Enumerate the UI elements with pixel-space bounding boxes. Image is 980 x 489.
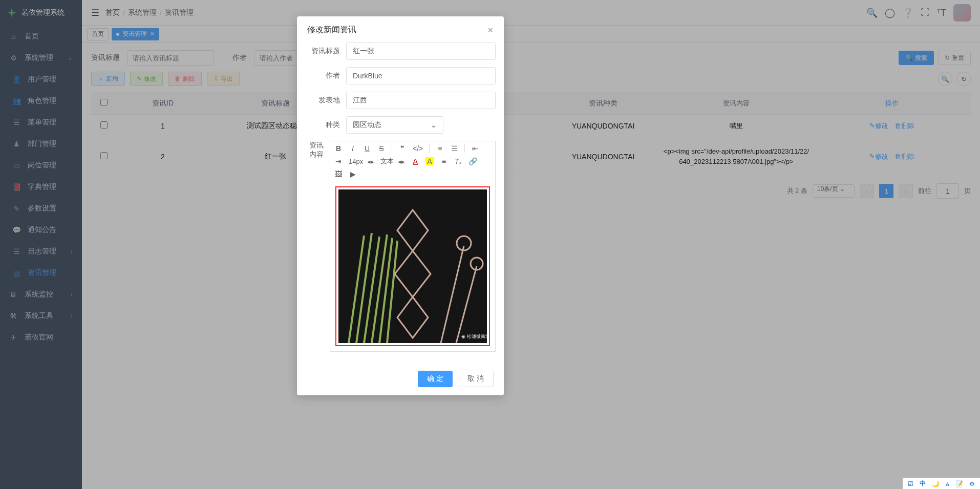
confirm-button[interactable]: 确 定 — [418, 371, 453, 387]
editor-toolbar: B I U S ❞ </> ≡ ☰ ⇤ ⇥ 14px◂▸ 文本◂▸ A A — [330, 141, 496, 181]
outdent-icon[interactable]: ⇤ — [471, 144, 479, 153]
news-author-input[interactable] — [346, 67, 496, 84]
underline-icon[interactable]: U — [363, 144, 371, 153]
cancel-button[interactable]: 取 消 — [458, 371, 494, 387]
strike-icon[interactable]: S — [377, 144, 386, 153]
font-color-icon[interactable]: A — [411, 157, 419, 165]
indent-icon[interactable]: ⇥ — [334, 157, 343, 165]
news-place-input[interactable] — [346, 92, 496, 109]
status-ime[interactable]: 中 — [918, 479, 928, 488]
font-size-select[interactable]: 14px◂▸ — [349, 158, 374, 165]
editor-content[interactable]: ◉ 松浦微商城 — [330, 181, 496, 352]
svg-rect-0 — [338, 189, 487, 343]
status-check-icon[interactable]: ☑ — [906, 480, 915, 487]
svg-text:◉ 松浦微商城: ◉ 松浦微商城 — [461, 334, 487, 339]
chevron-down-icon: ⌄ — [431, 121, 437, 129]
modal-footer: 确 定 取 消 — [297, 366, 504, 395]
link-icon[interactable]: 🔗 — [468, 157, 477, 165]
modal-header: 修改新闻资讯 ✕ — [297, 16, 504, 40]
status-translate-icon[interactable]: ᴀ — [944, 480, 951, 487]
bg-color-icon[interactable]: A — [425, 157, 434, 165]
ol-icon[interactable]: ≡ — [436, 144, 444, 153]
text-style-select[interactable]: 文本◂▸ — [380, 157, 405, 166]
code-icon[interactable]: </> — [413, 144, 423, 153]
news-title-input[interactable] — [346, 42, 496, 60]
image-selection-box[interactable]: ◉ 松浦微商城 — [335, 186, 490, 346]
modal-body: 资讯标题 作者 发表地 种类 园区动态⌄ 资讯内容 B I U S — [297, 40, 504, 366]
image-icon[interactable]: 🖼 — [334, 170, 343, 178]
modal-close-icon[interactable]: ✕ — [487, 26, 494, 34]
ul-icon[interactable]: ☰ — [450, 144, 458, 153]
modal-title: 修改新闻资讯 — [307, 25, 356, 35]
italic-icon[interactable]: I — [349, 144, 357, 153]
status-gear-icon[interactable]: ⚙ — [967, 480, 977, 487]
status-moon-icon[interactable]: 🌙 — [930, 480, 942, 487]
quote-icon[interactable]: ❞ — [398, 144, 407, 153]
status-bar: ☑ 中 🌙 ᴀ 📝 ⚙ — [903, 478, 980, 489]
edit-news-modal: 修改新闻资讯 ✕ 资讯标题 作者 发表地 种类 园区动态⌄ 资讯内容 B — [297, 16, 504, 395]
video-icon[interactable]: ▶ — [349, 170, 357, 178]
clear-format-icon[interactable]: Tₓ — [454, 157, 462, 165]
status-note-icon[interactable]: 📝 — [953, 480, 965, 487]
news-kind-select[interactable]: 园区动态⌄ — [346, 116, 443, 134]
align-icon[interactable]: ≡ — [440, 157, 448, 165]
bold-icon[interactable]: B — [334, 144, 343, 153]
inserted-image[interactable]: ◉ 松浦微商城 — [338, 189, 487, 343]
